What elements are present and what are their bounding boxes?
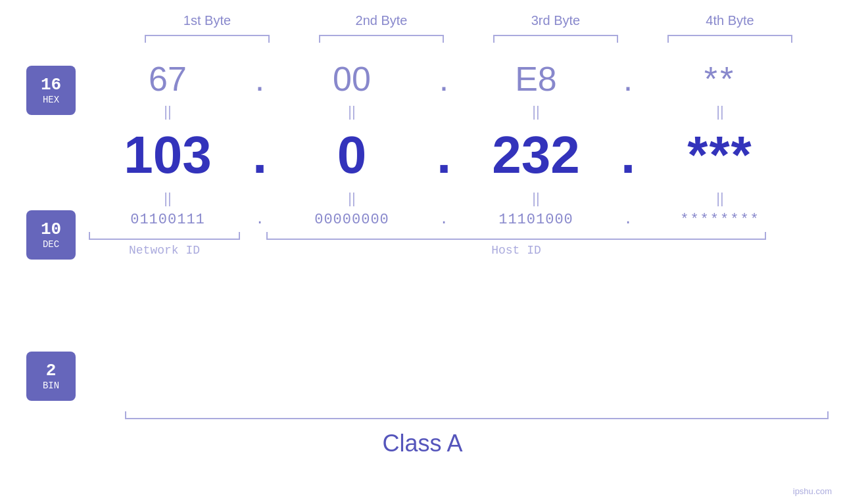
bracket-byte2 [319,35,444,43]
dec-dot1: . [247,125,273,185]
hex-b3: E8 [457,59,615,99]
values-area: 67 . 00 . E8 . ** [89,59,845,257]
bin-row: 01100111 . 00000000 . 11101000 . [89,212,812,228]
eq2-b1: || [89,190,247,207]
watermark: ipshu.com [793,486,832,496]
network-bracket [89,232,240,240]
bracket-gap1 [240,232,266,240]
hex-dot1: . [247,59,273,99]
hex-b1: 67 [89,59,247,99]
dec-row: 103 . 0 . 232 . *** [89,125,812,185]
bin-dot3: . [615,212,641,228]
hex-b2: 00 [273,59,431,99]
bracket-byte1 [145,35,270,43]
bin-dot1: . [247,212,273,228]
eq2-b4: || [641,190,799,207]
bottom-brackets [89,232,799,240]
hex-badge: 16 HEX [26,66,76,115]
hex-b4: ** [641,59,799,99]
full-bottom-bracket [125,411,829,419]
dec-dot3: . [615,125,641,185]
byte3-header: 3rd Byte [490,13,621,28]
eq2-b2: || [273,190,431,207]
bin-number: 2 [46,361,57,380]
hex-dot2: . [431,59,457,99]
network-id-label: Network ID [89,244,240,257]
host-bracket [266,232,766,240]
byte1-header: 1st Byte [141,13,273,28]
byte-headers: 1st Byte 2nd Byte 3rd Byte 4th Byte [120,13,817,28]
base-labels: 16 HEX 10 DEC 2 BIN [26,66,76,401]
bracket-byte3 [493,35,618,43]
class-label: Class A [0,430,845,457]
eq1-b3: || [457,103,615,120]
dec-b4: *** [641,125,799,185]
hex-name: HEX [43,95,59,105]
dec-b3: 232 [457,125,615,185]
eq1-b2: || [273,103,431,120]
hex-dot3: . [615,59,641,99]
dec-number: 10 [41,220,61,239]
id-labels-row: Network ID Host ID [89,244,799,257]
hex-number: 16 [41,76,61,95]
dec-name: DEC [43,239,59,250]
bin-b2: 00000000 [273,212,431,228]
dec-b2: 0 [273,125,431,185]
equals-row-2: || || || || [89,189,812,208]
host-id-label: Host ID [266,244,766,257]
bin-name: BIN [43,380,59,391]
dec-b1: 103 [89,125,247,185]
hex-row: 67 . 00 . E8 . ** [89,59,812,99]
dec-badge: 10 DEC [26,210,76,260]
byte4-header: 4th Byte [664,13,796,28]
eq1-b4: || [641,103,799,120]
main-container: 1st Byte 2nd Byte 3rd Byte 4th Byte 16 H… [0,0,845,504]
equals-row-1: || || || || [89,102,812,122]
top-brackets [120,35,817,43]
bracket-byte4 [667,35,792,43]
bin-b3: 11101000 [457,212,615,228]
bin-badge: 2 BIN [26,352,76,401]
bin-dot2: . [431,212,457,228]
eq2-b3: || [457,190,615,207]
bin-b1: 01100111 [89,212,247,228]
dec-dot2: . [431,125,457,185]
bin-b4: ******** [641,212,799,228]
byte2-header: 2nd Byte [316,13,447,28]
eq1-b1: || [89,103,247,120]
